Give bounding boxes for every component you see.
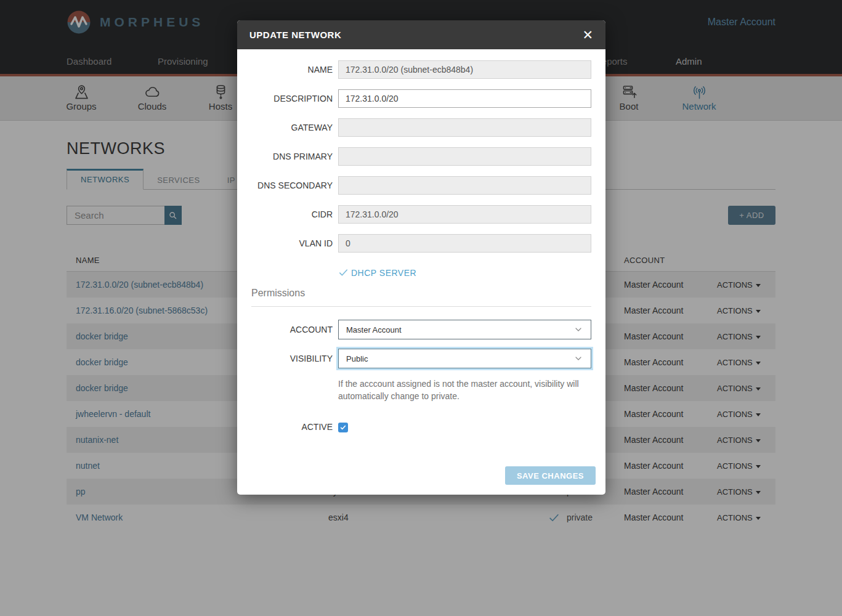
field-label: NAME bbox=[251, 60, 333, 79]
account-select-label: ACCOUNT bbox=[251, 320, 333, 339]
check-icon bbox=[340, 424, 346, 431]
active-label: ACTIVE bbox=[251, 422, 333, 432]
permissions-section-title: Permissions bbox=[251, 288, 591, 307]
modal-form-row: DNS SECONDARY bbox=[251, 176, 591, 195]
account-select[interactable]: Master Account bbox=[338, 320, 591, 339]
modal-header: UPDATE NETWORK ✕ bbox=[237, 20, 605, 49]
field-label: DNS SECONDARY bbox=[251, 176, 333, 195]
modal-form-row: VLAN ID bbox=[251, 234, 591, 253]
modal-form-row: CIDR bbox=[251, 205, 591, 224]
chevron-down-icon bbox=[573, 354, 583, 363]
modal-form-row: NAME bbox=[251, 60, 591, 79]
cidr-field bbox=[338, 205, 591, 224]
chevron-down-icon bbox=[573, 325, 583, 334]
dns-secondary-field bbox=[338, 176, 591, 195]
modal-title: UPDATE NETWORK bbox=[249, 30, 341, 40]
modal-form-row: GATEWAY bbox=[251, 118, 591, 137]
modal-form-row: DESCRIPTION bbox=[251, 89, 591, 108]
gateway-field bbox=[338, 118, 591, 137]
field-label: DNS PRIMARY bbox=[251, 147, 333, 166]
check-icon bbox=[338, 267, 349, 278]
visibility-help-text: If the acccount assigned is not the mast… bbox=[338, 378, 589, 402]
visibility-select-label: VISIBILITY bbox=[251, 349, 333, 368]
field-label: VLAN ID bbox=[251, 234, 333, 253]
field-label: GATEWAY bbox=[251, 118, 333, 137]
dhcp-server-toggle[interactable]: DHCP SERVER bbox=[338, 267, 591, 278]
vlan-id-field bbox=[338, 234, 591, 253]
name-field bbox=[338, 60, 591, 79]
field-label: CIDR bbox=[251, 205, 333, 224]
field-label: DESCRIPTION bbox=[251, 89, 333, 108]
visibility-select[interactable]: Public bbox=[338, 349, 591, 368]
close-icon[interactable]: ✕ bbox=[582, 28, 593, 41]
description-field[interactable] bbox=[338, 89, 591, 108]
modal-form-row: DNS PRIMARY bbox=[251, 147, 591, 166]
active-checkbox[interactable] bbox=[338, 423, 348, 432]
update-network-modal: UPDATE NETWORK ✕ NAME DESCRIPTION GATEWA… bbox=[237, 20, 605, 495]
save-changes-button[interactable]: SAVE CHANGES bbox=[505, 466, 596, 485]
dns-primary-field bbox=[338, 147, 591, 166]
